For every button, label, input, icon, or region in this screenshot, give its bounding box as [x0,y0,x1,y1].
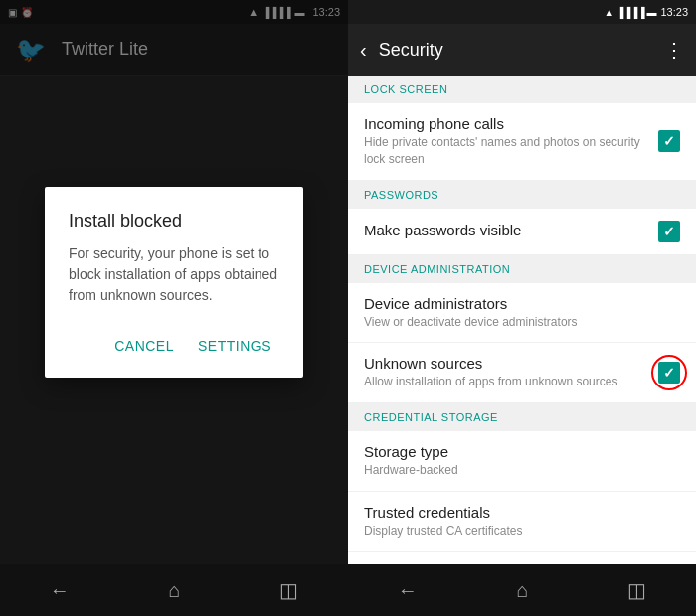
check-mark: ✓ [663,224,675,239]
settings-item-title: Make passwords visible [364,222,650,238]
back-arrow-icon[interactable]: ‹ [360,39,367,62]
right-status-bar: ▲ ▐▐▐▐ ▬ 13:23 [348,0,696,24]
dialog-buttons: CANCEL SETTINGS [69,322,279,370]
settings-item[interactable]: Make passwords visible✓ [348,209,696,255]
settings-item-title: Unknown sources [364,355,650,372]
settings-item-title: Trusted credentials [364,504,672,521]
home-nav-icon[interactable]: ⌂ [168,579,180,602]
settings-item-desc: Allow installation of apps from unknown … [364,374,650,390]
section-header-0: LOCK SCREEN [348,76,696,103]
cancel-button[interactable]: CANCEL [106,330,182,362]
dialog-title: Install blocked [69,211,279,231]
dialog-message: For security, your phone is set to block… [69,243,279,306]
settings-item-desc: Hardware-backed [364,462,672,479]
right-time: 13:23 [660,6,688,18]
right-back-nav-icon[interactable]: ← [398,579,418,602]
right-screen-title: Security [379,40,652,61]
section-header-2: DEVICE ADMINISTRATION [348,255,696,283]
right-recents-nav-icon[interactable]: ◫ [627,578,646,602]
section-header-1: PASSWORDS [348,181,696,209]
install-blocked-dialog: Install blocked For security, your phone… [45,187,303,378]
settings-item[interactable]: Trusted credentialsDisplay trusted CA ce… [348,492,696,552]
checkbox[interactable]: ✓ [658,221,680,242]
right-panel: ▲ ▐▐▐▐ ▬ 13:23 ‹ Security ⋮ LOCK SCREENI… [348,0,696,616]
back-nav-icon[interactable]: ← [50,579,70,602]
settings-button[interactable]: SETTINGS [190,330,279,362]
section-header-3: CREDENTIAL STORAGE [348,403,696,431]
dialog-overlay: Install blocked For security, your phone… [0,0,348,564]
settings-item-title: Storage type [364,443,672,460]
settings-item-title: Device administrators [364,295,672,312]
right-nav-bar: ← ⌂ ◫ [348,564,696,616]
right-app-bar: ‹ Security ⋮ [348,24,696,76]
right-wifi-icon: ▲ [604,6,614,18]
right-signal-icon: ▐▐▐▐ [616,7,644,18]
settings-item-desc: View or deactivate device administrators [364,314,672,331]
check-mark: ✓ [663,133,675,149]
settings-item[interactable]: Unknown sourcesAllow installation of app… [348,343,696,403]
settings-item-title: Incoming phone calls [364,115,650,132]
settings-item[interactable]: Storage typeHardware-backed [348,431,696,492]
more-options-icon[interactable]: ⋮ [664,38,684,62]
settings-item-desc: Hide private contacts' names and photos … [364,134,650,168]
right-battery-icon: ▬ [646,7,656,18]
left-nav-bar: ← ⌂ ◫ [0,564,348,616]
check-mark: ✓ [663,365,675,381]
right-home-nav-icon[interactable]: ⌂ [516,579,528,602]
settings-item-desc: Display trusted CA certificates [364,523,672,539]
unknown-sources-checkbox[interactable]: ✓ [658,362,680,384]
recents-nav-icon[interactable]: ◫ [279,578,298,602]
settings-list: LOCK SCREENIncoming phone callsHide priv… [348,76,696,564]
left-panel: ▣ ⏰ ▲ ▐▐▐▐ ▬ 13:23 🐦 Twitter Lite Instal… [0,0,348,616]
settings-item[interactable]: Incoming phone callsHide private contact… [348,103,696,181]
settings-item[interactable]: Device administratorsView or deactivate … [348,283,696,344]
checkbox[interactable]: ✓ [658,130,680,152]
